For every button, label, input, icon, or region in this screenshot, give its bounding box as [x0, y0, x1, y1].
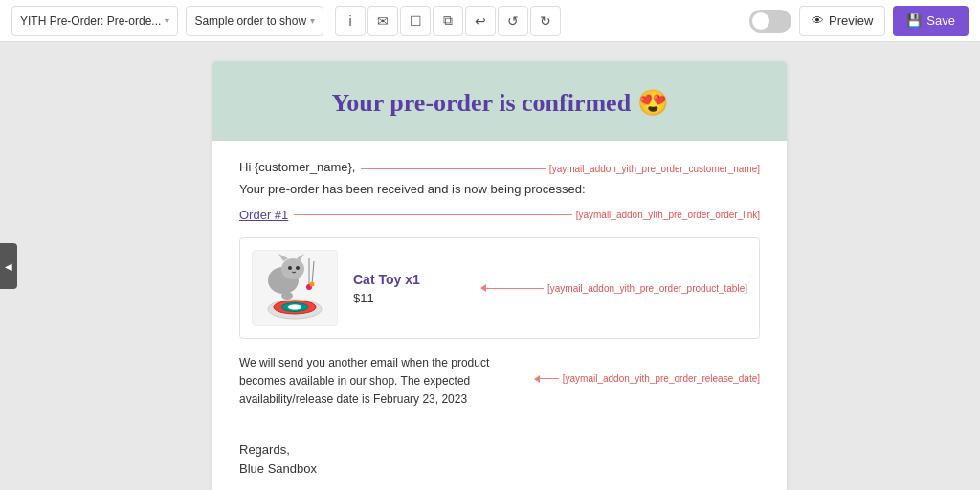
- order-row: Order #1 [yaymail_addon_yith_pre_order_o…: [239, 208, 760, 222]
- redo2-button[interactable]: ↻: [530, 6, 561, 36]
- svg-point-10: [281, 292, 293, 300]
- regards-line2: Blue Sandbox: [239, 459, 760, 479]
- toolbar-icon-group: i ✉ ☐ ⧉ ↩ ↺ ↻: [335, 6, 561, 36]
- redo1-button[interactable]: ↺: [498, 6, 528, 36]
- undo-icon: ↩: [475, 13, 486, 29]
- footer-text-row: We will send you another email when the …: [239, 354, 760, 425]
- product-name: Cat Toy x1: [353, 272, 465, 287]
- svg-point-4: [288, 266, 292, 270]
- save-button[interactable]: 💾 Save: [893, 6, 969, 36]
- undo-button[interactable]: ↩: [465, 6, 496, 36]
- template-selector-label: YITH Pre-Order: Pre-orde...: [20, 14, 161, 28]
- product-price: $11: [353, 291, 465, 305]
- sidebar-collapse-handle[interactable]: ◀: [0, 243, 17, 289]
- product-annotation-label: [yaymail_addon_yith_pre_order_product_ta…: [547, 283, 747, 294]
- order-annotation-arrow: [yaymail_addon_yith_pre_order_order_link…: [294, 210, 760, 220]
- order-selector[interactable]: Sample order to show ▾: [186, 6, 323, 36]
- collapse-icon: ◀: [5, 261, 12, 272]
- email-preview: Your pre-order is confirmed 😍 Hi {custom…: [212, 61, 787, 490]
- product-annotation-row: [yaymail_addon_yith_pre_order_product_ta…: [480, 283, 747, 294]
- product-arrow-line: [486, 288, 544, 289]
- email-header-title: Your pre-order is confirmed 😍: [232, 88, 768, 118]
- svg-point-1: [281, 258, 304, 279]
- svg-point-9: [288, 305, 301, 310]
- document-button[interactable]: ☐: [400, 6, 431, 36]
- greeting-annotation-arrow: [yaymail_addon_yith_pre_order_customer_n…: [361, 164, 760, 174]
- save-icon: 💾: [906, 13, 922, 28]
- footer-annotation-label: [yaymail_addon_yith_pre_order_release_da…: [563, 373, 760, 384]
- template-selector[interactable]: YITH Pre-Order: Pre-orde... ▾: [11, 6, 178, 36]
- email-body: Hi {customer_name}, [yaymail_addon_yith_…: [212, 141, 787, 490]
- product-image: [252, 250, 338, 326]
- greeting-arrow-line: [361, 168, 545, 169]
- svg-line-13: [312, 261, 314, 284]
- svg-point-5: [296, 266, 300, 270]
- save-label: Save: [926, 13, 955, 28]
- redo1-icon: ↺: [507, 13, 519, 29]
- info-icon: i: [349, 13, 352, 29]
- order-annotation-label: [yaymail_addon_yith_pre_order_order_link…: [576, 210, 760, 220]
- regards-line1: Regards,: [239, 440, 760, 460]
- preview-button[interactable]: 👁 Preview: [799, 6, 885, 36]
- info-button[interactable]: i: [335, 6, 366, 36]
- order-chevron-icon: ▾: [310, 15, 315, 26]
- order-link[interactable]: Order #1: [239, 208, 288, 222]
- copy-icon: ⧉: [443, 12, 453, 29]
- email-greeting: Hi {customer_name},: [239, 160, 355, 174]
- toggle-switch[interactable]: [749, 10, 791, 33]
- greeting-annotation-label: [yaymail_addon_yith_pre_order_customer_n…: [549, 164, 760, 174]
- footer-annotation-arrow: [yaymail_addon_yith_pre_order_release_da…: [534, 373, 760, 384]
- canvas-area: Your pre-order is confirmed 😍 Hi {custom…: [0, 42, 980, 490]
- order-arrow-line: [294, 214, 571, 215]
- toolbar: YITH Pre-Order: Pre-orde... ▾ Sample ord…: [0, 0, 980, 42]
- footer-arrow-line: [540, 378, 559, 379]
- greeting-row: Hi {customer_name}, [yaymail_addon_yith_…: [239, 160, 760, 178]
- main-area: ◀ Your pre-order is confirmed 😍 Hi {cust…: [0, 42, 980, 490]
- email-footer-text: We will send you another email when the …: [239, 354, 528, 410]
- email-intro: Your pre-order has been received and is …: [239, 182, 760, 196]
- document-icon: ☐: [410, 13, 422, 29]
- email-icon: ✉: [377, 13, 389, 29]
- cat-toy-illustration: [256, 254, 333, 323]
- redo2-icon: ↻: [540, 13, 551, 29]
- email-header: Your pre-order is confirmed 😍: [212, 61, 787, 141]
- email-button[interactable]: ✉: [368, 6, 398, 36]
- regards-block: Regards, Blue Sandbox: [239, 440, 760, 480]
- footer-text-wrapper: We will send you another email when the …: [239, 354, 528, 425]
- eye-icon: 👁: [812, 13, 824, 28]
- product-table: Cat Toy x1 $11 [yaymail_addon_yith_pre_o…: [239, 237, 760, 339]
- order-selector-label: Sample order to show: [194, 14, 306, 28]
- template-chevron-icon: ▾: [165, 15, 169, 26]
- svg-point-14: [310, 282, 315, 287]
- copy-button[interactable]: ⧉: [433, 6, 463, 36]
- preview-label: Preview: [829, 13, 873, 28]
- product-info: Cat Toy x1 $11: [353, 272, 465, 305]
